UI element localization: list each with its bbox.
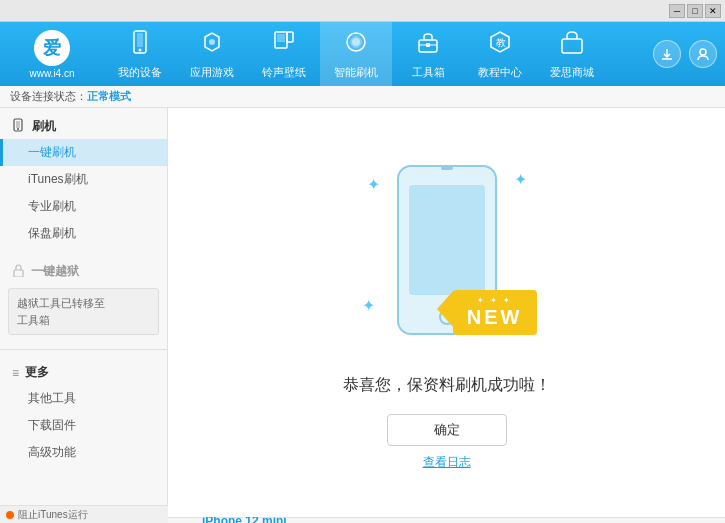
ribbon-triangle xyxy=(437,290,454,328)
nav-right xyxy=(653,40,717,68)
sparkle-bl: ✦ xyxy=(362,296,375,315)
nav-item-apps-games[interactable]: 应用游戏 xyxy=(176,22,248,86)
ribbon-stars-top: ✦ ✦ ✦ xyxy=(477,296,512,305)
phone-illustration: ✦ ✦ ✦ ✦ ✦ ✦ NEW xyxy=(357,155,537,355)
sparkle-tl: ✦ xyxy=(367,175,380,194)
flash-section-label: 刷机 xyxy=(32,118,56,135)
nav-item-smart-flash[interactable]: 智能刷机 xyxy=(320,22,392,86)
nav-items: 我的设备 应用游戏 铃声壁纸 智能刷机 工具箱 xyxy=(104,22,653,86)
maximize-button[interactable]: □ xyxy=(687,4,703,18)
close-button[interactable]: ✕ xyxy=(705,4,721,18)
minimize-button[interactable]: ─ xyxy=(669,4,685,18)
nav-item-ringtones[interactable]: 铃声壁纸 xyxy=(248,22,320,86)
jailbreak-section: 一键越狱 越狱工具已转移至 工具箱 xyxy=(0,253,167,345)
ringtones-label: 铃声壁纸 xyxy=(262,65,306,80)
more-section-title: ≡ 更多 xyxy=(0,360,167,385)
jailbreak-section-title: 一键越狱 xyxy=(0,259,167,284)
tutorial-icon: 教 xyxy=(487,29,513,61)
nav-item-my-device[interactable]: 我的设备 xyxy=(104,22,176,86)
svg-rect-19 xyxy=(14,270,23,277)
itunes-status-bar: 阻止iTunes运行 xyxy=(0,505,168,523)
new-ribbon: ✦ ✦ ✦ NEW xyxy=(453,290,537,335)
sidebar-item-one-click-flash[interactable]: 一键刷机 xyxy=(0,139,167,166)
ribbon-content: ✦ ✦ ✦ NEW xyxy=(467,296,523,329)
svg-point-18 xyxy=(17,128,19,130)
ribbon-new-text: NEW xyxy=(467,305,523,329)
svg-rect-11 xyxy=(426,43,430,47)
svg-point-2 xyxy=(139,48,142,51)
smart-flash-label: 智能刷机 xyxy=(334,65,378,80)
svg-rect-13 xyxy=(562,39,582,53)
sidebar-item-download-firmware[interactable]: 下载固件 xyxy=(0,412,167,439)
more-section: ≡ 更多 其他工具 下载固件 高级功能 xyxy=(0,354,167,472)
flash-section-title: 刷机 xyxy=(0,114,167,139)
smart-flash-icon xyxy=(343,29,369,61)
svg-text:教: 教 xyxy=(496,37,506,48)
svg-rect-1 xyxy=(137,33,143,47)
status-value: 正常模式 xyxy=(87,89,131,104)
apps-games-icon xyxy=(199,29,225,61)
svg-point-3 xyxy=(209,39,215,45)
user-button[interactable] xyxy=(689,40,717,68)
device-status-bar: 设备连接状态： 正常模式 xyxy=(0,86,725,108)
sidebar-item-advanced[interactable]: 高级功能 xyxy=(0,439,167,466)
svg-rect-17 xyxy=(16,121,20,128)
my-device-label: 我的设备 xyxy=(118,65,162,80)
more-icon: ≡ xyxy=(12,366,19,380)
store-label: 爱思商城 xyxy=(550,65,594,80)
flash-section: 刷机 一键刷机 iTunes刷机 专业刷机 保盘刷机 xyxy=(0,108,167,253)
logo-icon: 爱 xyxy=(34,30,70,66)
sidebar-item-pro-flash[interactable]: 专业刷机 xyxy=(0,193,167,220)
toolbox-label: 工具箱 xyxy=(412,65,445,80)
status-label: 设备连接状态： xyxy=(10,89,87,104)
itunes-status-label: 阻止iTunes运行 xyxy=(18,508,88,522)
sparkle-tr: ✦ xyxy=(514,170,527,189)
sidebar-item-save-flash[interactable]: 保盘刷机 xyxy=(0,220,167,247)
log-link[interactable]: 查看日志 xyxy=(423,454,471,471)
jailbreak-section-label: 一键越狱 xyxy=(31,263,79,280)
nav-item-toolbox[interactable]: 工具箱 xyxy=(392,22,464,86)
main-content: ✦ ✦ ✦ ✦ ✦ ✦ NEW 恭喜您，保资料刷机成功 xyxy=(168,108,725,517)
title-bar: ─ □ ✕ xyxy=(0,0,725,22)
success-message: 恭喜您，保资料刷机成功啦！ xyxy=(343,375,551,396)
svg-point-8 xyxy=(352,38,360,46)
my-device-icon xyxy=(127,29,153,61)
flash-section-icon xyxy=(12,118,26,135)
toolbox-icon xyxy=(415,29,441,61)
nav-bar: 爱 www.i4.cn 我的设备 应用游戏 铃声壁纸 智能刷机 xyxy=(0,22,725,86)
nav-item-tutorial[interactable]: 教 教程中心 xyxy=(464,22,536,86)
itunes-running-indicator xyxy=(6,511,14,519)
sidebar-item-itunes-flash[interactable]: iTunes刷机 xyxy=(0,166,167,193)
svg-point-15 xyxy=(700,49,706,55)
svg-rect-5 xyxy=(277,34,285,42)
jailbreak-notice: 越狱工具已转移至 工具箱 xyxy=(8,288,159,335)
apps-games-label: 应用游戏 xyxy=(190,65,234,80)
logo-url: www.i4.cn xyxy=(29,68,74,79)
svg-rect-6 xyxy=(287,32,293,42)
lock-icon xyxy=(12,264,25,280)
main-area: 刷机 一键刷机 iTunes刷机 专业刷机 保盘刷机 一键越狱 xyxy=(0,108,725,517)
store-icon xyxy=(559,29,585,61)
tutorial-label: 教程中心 xyxy=(478,65,522,80)
sidebar-divider xyxy=(0,349,167,350)
phone-screen xyxy=(409,185,485,295)
nav-logo[interactable]: 爱 www.i4.cn xyxy=(8,30,96,79)
download-button[interactable] xyxy=(653,40,681,68)
nav-item-store[interactable]: 爱思商城 xyxy=(536,22,608,86)
confirm-button[interactable]: 确定 xyxy=(387,414,507,446)
phone-notch xyxy=(441,166,453,170)
sidebar-item-other-tools[interactable]: 其他工具 xyxy=(0,385,167,412)
ringtones-icon xyxy=(271,29,297,61)
sidebar: 刷机 一键刷机 iTunes刷机 专业刷机 保盘刷机 一键越狱 xyxy=(0,108,168,517)
